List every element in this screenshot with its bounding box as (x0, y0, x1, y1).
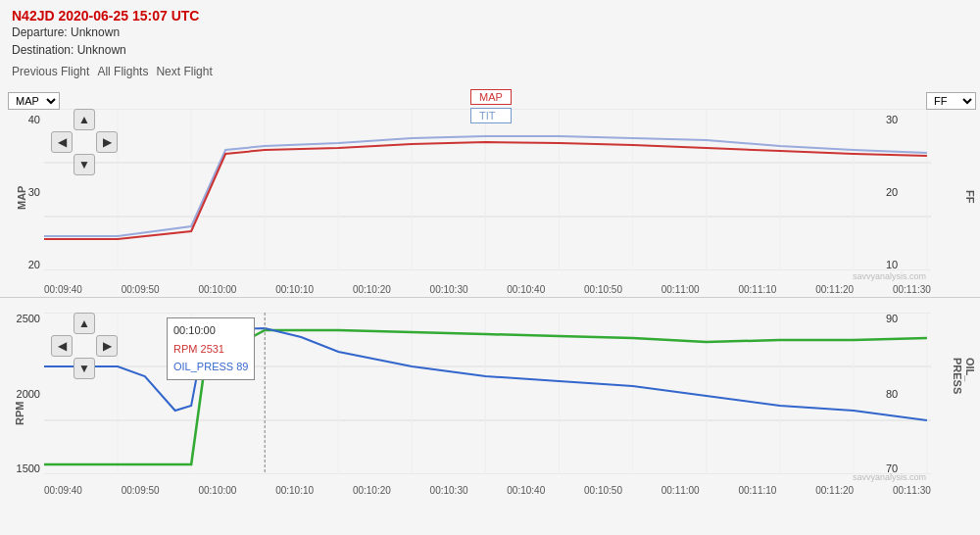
next-flight-link[interactable]: Next Flight (156, 65, 212, 78)
x-tick-4: 00:10:20 (353, 284, 391, 295)
dpad-up[interactable]: ▲ (74, 109, 95, 130)
flight-id: N42JD 2020-06-25 15:07 UTC (12, 8, 968, 24)
legend-ff: TIT (470, 108, 512, 123)
x2-tick-11: 00:11:30 (893, 485, 931, 496)
x2-tick-3: 00:10:10 (275, 485, 314, 496)
x-tick-11: 00:11:30 (893, 284, 931, 295)
y1-right-label: FF (964, 190, 976, 203)
dpad-control: ▲ ◀ ▶ ▼ (51, 109, 118, 175)
dpad2-up[interactable]: ▲ (74, 313, 95, 334)
x-tick-1: 00:09:50 (122, 284, 160, 295)
y2-left-tick-2000: 2000 (17, 388, 40, 400)
chart1-right-dropdown[interactable]: FFEGTCHTOAT (926, 92, 976, 110)
x2-tick-2: 00:10:00 (198, 485, 236, 496)
x-tick-8: 00:11:00 (662, 284, 700, 295)
dpad-down[interactable]: ▼ (74, 154, 95, 175)
x2-tick-7: 00:10:50 (584, 485, 622, 496)
x2-tick-4: 00:10:20 (353, 485, 391, 496)
x2-tick-5: 00:10:30 (430, 485, 468, 496)
departure-info: Departure: Unknown (12, 24, 968, 41)
dpad2-down[interactable]: ▼ (74, 358, 95, 379)
watermark: savvyanalysis.com (853, 271, 926, 281)
x2-tick-9: 00:11:10 (738, 485, 776, 496)
dpad2-left[interactable]: ◀ (51, 335, 73, 357)
x2-tick-1: 00:09:50 (122, 485, 160, 496)
x-tick-3: 00:10:10 (275, 284, 314, 295)
dpad-right[interactable]: ▶ (96, 131, 118, 153)
tooltip-time: 00:10:00 (173, 321, 248, 340)
y2-right-label: OIL_PRESS (952, 358, 976, 394)
y1-left-label: MAP (16, 185, 27, 209)
watermark2: savvyanalysis.com (853, 472, 926, 482)
x-tick-10: 00:11:20 (815, 284, 854, 295)
previous-flight-link[interactable]: Previous Flight (12, 65, 89, 78)
y2-left-label: RPM (14, 402, 25, 425)
destination-info: Destination: Unknown (12, 41, 968, 59)
y2-left-tick-2500: 2500 (17, 313, 40, 324)
x-tick-5: 00:10:30 (430, 284, 468, 295)
dpad2-control: ▲ ◀ ▶ ▼ (51, 313, 118, 379)
tooltip-oil: OIL_PRESS 89 (173, 358, 248, 376)
all-flights-link[interactable]: All Flights (97, 65, 148, 78)
chart1-left-dropdown[interactable]: MAPALTRPMIAS (8, 92, 60, 110)
x-tick-2: 00:10:00 (198, 284, 236, 295)
x-tick-9: 00:11:10 (738, 284, 776, 295)
x2-tick-6: 00:10:40 (507, 485, 545, 496)
legend-map: MAP (470, 89, 512, 105)
chart1-svg (44, 109, 931, 270)
y1-left-tick-40: 40 (28, 114, 40, 125)
y1-left-tick-30: 30 (28, 186, 40, 198)
y2-left-tick-1500: 1500 (17, 462, 40, 474)
tooltip: 00:10:00 RPM 2531 OIL_PRESS 89 (167, 317, 255, 380)
dpad-left[interactable]: ◀ (51, 131, 73, 153)
dpad2-right[interactable]: ▶ (96, 335, 118, 357)
x-tick-7: 00:10:50 (584, 284, 622, 295)
x2-tick-10: 00:11:20 (815, 485, 854, 496)
tooltip-rpm: RPM 2531 (173, 340, 248, 359)
y1-left-tick-20: 20 (28, 259, 40, 270)
x-tick-6: 00:10:40 (507, 284, 545, 295)
x2-tick-0: 00:09:40 (44, 485, 82, 496)
x2-tick-8: 00:11:00 (662, 485, 700, 496)
x-tick-0: 00:09:40 (44, 284, 82, 295)
